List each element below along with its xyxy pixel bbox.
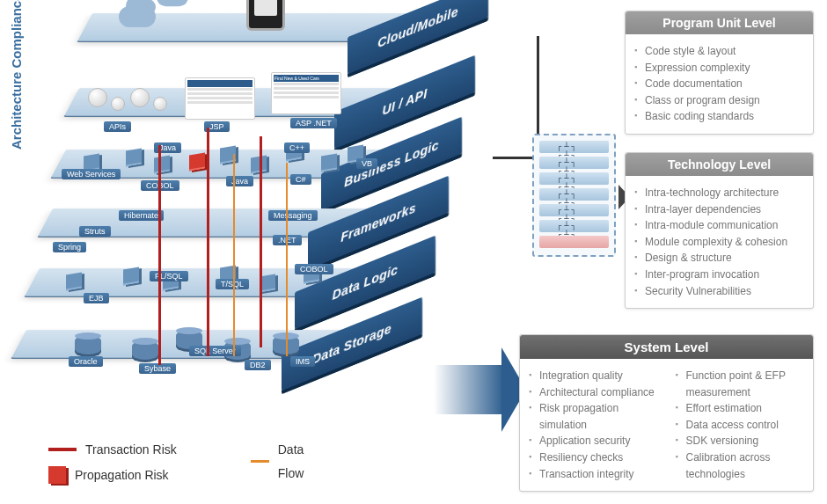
panel-item: Risk propagation simulation (529, 400, 663, 433)
module-cube (66, 272, 82, 290)
screenshot-thumbnail: Find New & Used Cars (271, 72, 341, 114)
layer-cloud-mobile: Cloud/Mobile (92, 13, 479, 62)
legend-label: Data Flow (278, 438, 314, 485)
panel-item: Module complexity & cohesion (634, 234, 809, 251)
panel-item: Class or program design (634, 92, 809, 109)
tech-label: ASP .NET (290, 118, 337, 128)
thumb-header: Find New & Used Cars (274, 75, 339, 82)
panel-list: Function point & EFP measurement Effort … (667, 359, 814, 491)
mini-layer: ┌┴┐ ┌┴┐ (539, 204, 609, 216)
tech-label: C++ (284, 142, 310, 153)
panel-item: Design & structure (634, 250, 809, 267)
tech-label: Hibernate (119, 210, 164, 221)
panel-item: Function point & EFP measurement (676, 368, 810, 400)
module-cube (123, 267, 139, 285)
mini-layer: ┌┴┐ ┌┴┐ (539, 141, 609, 153)
mini-layer: ┌┴┐ ┌┴┐ (539, 220, 609, 232)
tech-label: Java (226, 176, 253, 186)
tech-label: Oracle (69, 356, 103, 367)
legend-row: Transaction Risk (48, 438, 177, 462)
api-knob-icon (88, 88, 107, 107)
module-cube (321, 153, 337, 172)
panel-list: Intra-technology architecture Intra-laye… (626, 176, 813, 308)
legend-label: Transaction Risk (85, 438, 177, 462)
panel-item: Data access control (676, 417, 810, 434)
tech-label: Struts (79, 226, 111, 237)
panel-item: Resiliency checks (529, 449, 663, 466)
panel-item: Expression complexity (634, 60, 809, 77)
technology-level-panel: Technology Level Intra-technology archit… (625, 152, 814, 309)
tech-label: COBOL (295, 264, 333, 274)
database-icon (75, 335, 101, 354)
tech-label: VB (356, 158, 377, 169)
transaction-risk-line (207, 128, 209, 356)
panel-item: Inter-program invocation (634, 267, 809, 283)
data-flow-line (286, 163, 288, 356)
legend-label: Propagation Risk (75, 464, 169, 487)
tech-label: DB2 (245, 360, 271, 370)
api-knob-icon (111, 97, 125, 111)
data-flow-line (233, 154, 235, 356)
transaction-risk-line (158, 145, 161, 365)
api-knob-icon (130, 88, 150, 107)
legend-row: Propagation Risk (48, 464, 177, 487)
panel-item: Integration quality (529, 368, 663, 384)
panel-item: Effort estimation (676, 400, 810, 417)
panel-header: System Level (520, 335, 813, 359)
panel-header: Technology Level (626, 153, 813, 176)
tech-label: Spring (53, 242, 86, 252)
transaction-risk-swatch (48, 448, 77, 451)
database-icon (132, 340, 158, 360)
panel-item: Code documentation (634, 76, 809, 92)
tech-label: IMS (290, 356, 315, 367)
panel-item: Intra-module communication (634, 217, 809, 234)
tech-label: Web Services (62, 169, 121, 179)
architecture-compliance-label: Architecture Compliance (9, 0, 24, 150)
panel-item: Basic coding standards (634, 108, 809, 125)
transaction-risk-line (260, 136, 262, 347)
tech-label: T/SQL (216, 279, 249, 289)
module-cube (126, 148, 142, 166)
panel-list: Code style & layout Expression complexit… (626, 34, 813, 134)
system-level-panel: System Level Integration quality Archite… (519, 334, 814, 492)
propagation-risk-swatch (48, 466, 66, 484)
panel-item: Code style & layout (634, 43, 809, 60)
mini-layer: ┌┴┐ ┌┴┐ (539, 188, 609, 201)
mini-layer: ┌┴┐ ┌┴┐ (539, 157, 609, 169)
panel-item: SDK versioning (676, 433, 810, 449)
connector-line (493, 157, 537, 161)
panel-item: Intra-layer dependencies (634, 201, 809, 218)
cloud-icon (157, 0, 188, 6)
panel-list: Integration quality Architectural compli… (520, 359, 667, 491)
panel-item: Calibration across technologies (676, 449, 810, 482)
propagation-risk-cube (189, 152, 205, 171)
panel-item: Architectural compliance (529, 384, 663, 401)
layer-frameworks: Frameworks Spring Struts Hibernate Messa… (53, 208, 440, 257)
mini-layer: ┌┴┐ ┌┴┐ (539, 172, 609, 185)
mini-layer (539, 236, 609, 248)
tech-label: Messaging (268, 210, 318, 221)
program-unit-level-panel: Program Unit Level Code style & layout E… (625, 11, 814, 135)
data-flow-swatch (251, 460, 269, 463)
thumb-header (187, 80, 252, 87)
panel-item: Application security (529, 433, 663, 449)
legend: Transaction Risk Propagation Risk Data F… (48, 438, 177, 488)
module-cube (251, 155, 267, 173)
phone-icon (246, 0, 285, 31)
panel-item: Security Vulnerabilities (634, 283, 809, 300)
layer-data-storage: Data Storage Oracle Sybase SQL Server DB… (26, 330, 414, 378)
module-cube (154, 155, 170, 173)
panel-header: Program Unit Level (626, 11, 813, 34)
legend-row: Data Flow (251, 438, 314, 485)
mini-layer-stack: ┌┴┐ ┌┴┐ ┌┴┐ ┌┴┐ ┌┴┐ ┌┴┐ ┌┴┐ ┌┴┐ ┌┴┐ ┌┴┐ … (532, 134, 616, 257)
tech-label: EJB (84, 293, 109, 303)
panel-item: Intra-technology architecture (634, 185, 809, 201)
api-knob-icon (153, 97, 167, 111)
cloud-icon (119, 6, 156, 27)
panel-item: Transaction integrity (529, 466, 663, 483)
layer-ui-api: UI / API Find New & Used Cars APIs JSP A… (79, 88, 466, 136)
tech-label: C# (290, 174, 311, 185)
screenshot-thumbnail (185, 77, 255, 120)
tech-label: APIs (104, 121, 131, 132)
tech-label: PL/SQL (150, 271, 188, 281)
